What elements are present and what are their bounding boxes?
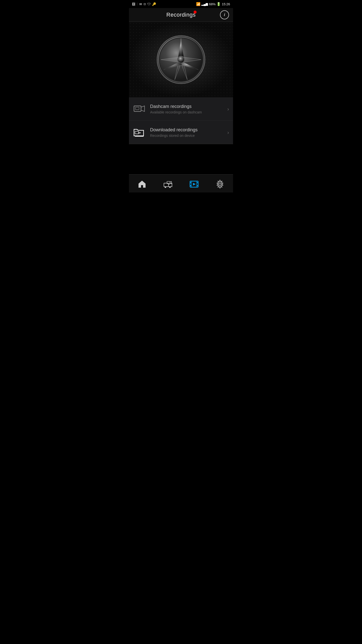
battery-icon: 🔋 bbox=[216, 2, 221, 6]
svg-rect-13 bbox=[135, 131, 139, 134]
status-icons-left: 🖼 ⁚ ✉ ⊡ 🛡 🔑 bbox=[132, 2, 156, 6]
downloaded-menu-text: Downloaded recordings Recordings stored … bbox=[150, 127, 227, 138]
svg-rect-24 bbox=[197, 182, 198, 183]
svg-marker-11 bbox=[141, 106, 145, 111]
nav-settings[interactable] bbox=[210, 179, 230, 190]
media-icon: ⊡ bbox=[144, 3, 146, 6]
hero-image bbox=[129, 22, 233, 97]
svg-point-17 bbox=[165, 186, 166, 188]
svg-rect-23 bbox=[190, 185, 191, 186]
clock: 15:26 bbox=[222, 2, 230, 6]
bottom-navigation bbox=[129, 174, 233, 192]
status-bar: 🖼 ⁚ ✉ ⊡ 🛡 🔑 📶 ▂▄▆ 68% 🔋 15:26 bbox=[129, 0, 233, 8]
shield-icon: 🛡 bbox=[147, 2, 151, 6]
svg-rect-10 bbox=[134, 106, 141, 111]
dashcam-subtitle: Available recordings on dashcam bbox=[150, 110, 227, 114]
svg-rect-25 bbox=[197, 185, 198, 186]
svg-rect-22 bbox=[190, 182, 191, 183]
dashcam-nav-icon bbox=[163, 180, 172, 189]
dots-icon: ⁚ bbox=[137, 3, 138, 6]
downloaded-subtitle: Recordings stored on device bbox=[150, 134, 227, 138]
main-content: Dashcam recordings Available recordings … bbox=[129, 22, 233, 174]
header: Recordings i bbox=[129, 8, 233, 22]
downloaded-recordings-item[interactable]: Downloaded recordings Recordings stored … bbox=[129, 121, 233, 144]
svg-marker-28 bbox=[193, 183, 196, 185]
dashcam-title: Dashcam recordings bbox=[150, 104, 227, 109]
home-icon bbox=[138, 180, 147, 189]
downloaded-icon bbox=[133, 126, 146, 139]
battery-percent: 68% bbox=[209, 2, 215, 6]
wifi-icon: 📶 bbox=[196, 2, 200, 6]
nav-recordings[interactable] bbox=[185, 179, 204, 190]
svg-point-7 bbox=[178, 57, 184, 63]
nav-dashcam[interactable] bbox=[158, 179, 177, 190]
key-icon: 🔑 bbox=[152, 2, 156, 6]
photo-icon: 🖼 bbox=[132, 2, 135, 6]
recording-indicator bbox=[194, 11, 197, 14]
mail-icon: ✉ bbox=[139, 2, 142, 6]
status-icons-right: 📶 ▂▄▆ 68% 🔋 15:26 bbox=[196, 2, 230, 6]
signal-icon: ▂▄▆ bbox=[201, 2, 208, 6]
dashcam-menu-text: Dashcam recordings Available recordings … bbox=[150, 104, 227, 114]
mercedes-star-logo bbox=[156, 34, 206, 85]
dashcam-recordings-item[interactable]: Dashcam recordings Available recordings … bbox=[129, 97, 233, 121]
info-button[interactable]: i bbox=[220, 10, 229, 19]
downloaded-title: Downloaded recordings bbox=[150, 127, 227, 133]
page-title: Recordings bbox=[166, 12, 196, 18]
nav-home[interactable] bbox=[132, 179, 152, 190]
settings-icon bbox=[215, 180, 224, 189]
recordings-nav-icon bbox=[190, 180, 199, 189]
mercedes-background bbox=[129, 22, 233, 97]
dashcam-chevron-icon: › bbox=[227, 106, 229, 112]
downloaded-chevron-icon: › bbox=[227, 130, 229, 135]
dashcam-icon bbox=[133, 102, 146, 115]
menu-section: Dashcam recordings Available recordings … bbox=[129, 97, 233, 144]
svg-rect-12 bbox=[135, 107, 139, 110]
svg-point-18 bbox=[169, 186, 171, 188]
content-spacer bbox=[129, 144, 233, 174]
svg-point-29 bbox=[219, 183, 221, 185]
svg-marker-14 bbox=[139, 132, 141, 134]
